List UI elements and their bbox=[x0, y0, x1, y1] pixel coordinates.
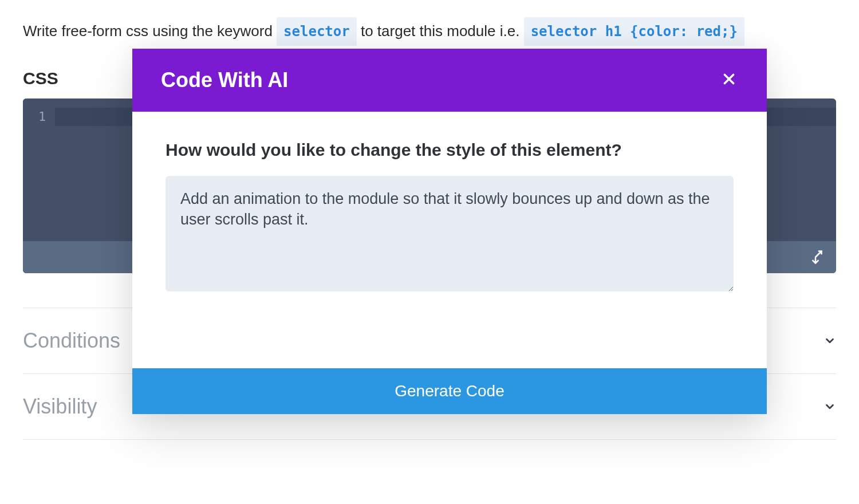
modal-header: Code With AI bbox=[132, 49, 767, 112]
css-help-text: Write free-form css using the keyword se… bbox=[23, 17, 836, 46]
help-text-pre: Write free-form css using the keyword bbox=[23, 22, 277, 40]
help-text-mid: to target this module i.e. bbox=[361, 22, 524, 40]
modal-footer: Generate Code bbox=[132, 368, 767, 414]
code-with-ai-modal: Code With AI How would you like to chang… bbox=[132, 49, 767, 414]
modal-prompt: How would you like to change the style o… bbox=[166, 140, 734, 160]
close-button[interactable] bbox=[720, 71, 738, 89]
code-chip-selector: selector bbox=[277, 17, 357, 46]
modal-body: How would you like to change the style o… bbox=[132, 112, 767, 311]
modal-title: Code With AI bbox=[161, 68, 288, 92]
chevron-down-icon bbox=[823, 334, 836, 347]
accordion-title-visibility: Visibility bbox=[23, 395, 97, 419]
code-chip-example: selector h1 {color: red;} bbox=[524, 17, 744, 46]
line-number-1: 1 bbox=[38, 110, 46, 124]
accordion-title-conditions: Conditions bbox=[23, 329, 120, 353]
close-icon bbox=[722, 72, 736, 89]
expand-down-icon[interactable] bbox=[807, 249, 823, 265]
generate-code-button[interactable]: Generate Code bbox=[132, 368, 767, 414]
chevron-down-icon bbox=[823, 400, 836, 413]
ai-prompt-input[interactable] bbox=[166, 176, 734, 292]
